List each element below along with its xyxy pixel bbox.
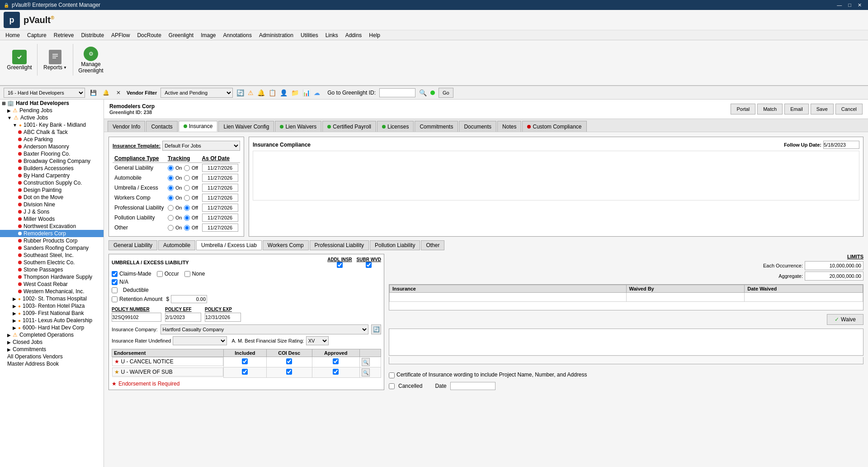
waive-button[interactable]: ✓ Waive <box>827 314 863 325</box>
subtab-auto[interactable]: Automobile <box>158 240 195 250</box>
wc-date-input[interactable] <box>202 194 238 202</box>
sidebar-item-active-jobs[interactable]: ▼ ⚠ Active Jobs <box>0 114 104 121</box>
alert-button[interactable]: 🔔 <box>101 88 110 97</box>
sidebar-item-miller[interactable]: Miller Woods <box>0 215 104 223</box>
tab-lien-waiver-config[interactable]: Lien Waiver Config <box>218 121 274 132</box>
each-occurrence-input[interactable] <box>805 261 863 270</box>
policy-eff-input[interactable] <box>165 313 201 322</box>
goto-id-input[interactable] <box>379 88 415 97</box>
pl-date-input[interactable] <box>202 204 238 212</box>
menu-utilities[interactable]: Utilities <box>297 31 322 39</box>
menu-capture[interactable]: Capture <box>24 31 50 39</box>
compliance-textarea[interactable] <box>253 151 859 200</box>
wc-off-radio[interactable] <box>184 195 190 201</box>
sidebar-item-northwest[interactable]: Northwest Excavation <box>0 223 104 230</box>
refresh-icon[interactable]: 🔄 <box>236 89 244 96</box>
sidebar-item-thompson[interactable]: Thompson Hardware Supply <box>0 273 104 281</box>
subtab-wc[interactable]: Workers Comp <box>263 240 309 250</box>
sidebar-item-builders[interactable]: Builders Accessories <box>0 165 104 172</box>
sidebar-item-1003[interactable]: ▶ ● 1003- Renton Hotel Plaza <box>0 302 104 310</box>
cancel-notice-approved[interactable] <box>333 358 339 364</box>
go-button[interactable]: Go <box>439 88 453 98</box>
other-off-radio[interactable] <box>184 225 190 231</box>
close-vendor-button[interactable]: ✕ <box>114 88 123 97</box>
tab-lien-waivers[interactable]: Lien Waivers <box>275 121 321 132</box>
policy-exp-input[interactable] <box>205 313 241 322</box>
sidebar-item-baxter[interactable]: Baxter Flooring Co. <box>0 150 104 157</box>
cancel-notice-included[interactable] <box>242 358 248 364</box>
tab-certified-payroll[interactable]: Certified Payroll <box>322 121 376 132</box>
notes-textarea[interactable] <box>389 329 863 356</box>
sidebar-item-jj[interactable]: J J & Sons <box>0 208 104 215</box>
umbrella-date-input[interactable] <box>202 184 238 192</box>
menu-links[interactable]: Links <box>322 31 342 39</box>
subtab-pollution[interactable]: Pollution Liability <box>370 240 420 250</box>
sidebar-item-western[interactable]: Western Mechanical, Inc. <box>0 288 104 295</box>
menu-addins[interactable]: Addins <box>342 31 366 39</box>
sidebar-root[interactable]: ⊞ 🏢 Hard Hat Developers <box>0 100 104 107</box>
menu-retrieve[interactable]: Retrieve <box>50 31 78 39</box>
sidebar-item-1011[interactable]: ▶ ● 1011- Lexus Auto Dealership <box>0 317 104 324</box>
menu-help[interactable]: Help <box>365 31 384 39</box>
occur-checkbox[interactable] <box>157 271 163 277</box>
waiver-sub-included[interactable] <box>242 369 248 375</box>
sidebar-item-southern[interactable]: Southern Electric Co. <box>0 259 104 266</box>
warning-icon[interactable]: ⚠ <box>248 89 254 96</box>
menu-home[interactable]: Home <box>2 31 24 39</box>
sidebar-item-closed[interactable]: ▶ Closed Jobs <box>0 338 104 346</box>
sidebar-item-southeast[interactable]: Southeast Steel, Inc. <box>0 252 104 259</box>
auto-off-radio[interactable] <box>184 175 190 181</box>
cert-checkbox[interactable] <box>389 372 395 378</box>
aggregate-input[interactable] <box>805 272 863 281</box>
cancel-button[interactable]: Cancel <box>835 104 863 114</box>
sidebar-item-stone[interactable]: Stone Passages <box>0 266 104 273</box>
tab-vendor-info[interactable]: Vendor Info <box>108 121 145 132</box>
tab-notes[interactable]: Notes <box>497 121 521 132</box>
subtab-pl[interactable]: Professional Liability <box>310 240 369 250</box>
other-on-radio[interactable] <box>168 225 174 231</box>
sidebar-item-ace[interactable]: Ace Parking <box>0 136 104 143</box>
policy-number-input[interactable] <box>112 313 161 322</box>
minimize-button[interactable]: — <box>834 1 844 9</box>
tab-commitments[interactable]: Commitments <box>415 121 458 132</box>
sidebar-item-construction[interactable]: Construction Supply Co. <box>0 179 104 186</box>
manage-greenlight-button[interactable]: ⚙ Manage Greenlight <box>75 42 107 78</box>
menu-docroute[interactable]: DocRoute <box>133 31 165 39</box>
sidebar-item-master[interactable]: Master Address Book <box>0 360 104 367</box>
sidebar-item-byhand[interactable]: By Hand Carpentry <box>0 172 104 179</box>
close-button[interactable]: ✕ <box>855 1 864 9</box>
sidebar-item-remodelers[interactable]: Remodelers Corp <box>0 230 104 237</box>
retention-checkbox[interactable] <box>112 296 118 302</box>
status-filter-select[interactable]: Active and Pending <box>160 88 233 98</box>
cancelled-checkbox[interactable] <box>389 383 395 389</box>
subtab-umbrella[interactable]: Umbrella / Excess Liab <box>196 240 262 250</box>
reports-toolbar-button[interactable]: Reports ▼ <box>39 42 71 78</box>
menu-apflow[interactable]: APFlow <box>108 31 133 39</box>
claims-made-checkbox[interactable] <box>112 271 118 277</box>
template-select[interactable]: Default For Jobs <box>162 141 240 151</box>
user-icon[interactable]: 👤 <box>280 89 288 96</box>
pollution-on-radio[interactable] <box>168 215 174 221</box>
sidebar-item-6000[interactable]: ▶ ● 6000- Hard Hat Dev Corp <box>0 324 104 331</box>
cancel-notice-search-button[interactable]: 🔍 <box>362 358 370 366</box>
cancel-notice-coi[interactable] <box>286 358 292 364</box>
greenlight-toolbar-button[interactable]: Greenlight <box>4 42 35 78</box>
pollution-off-radio[interactable] <box>184 215 190 221</box>
document-icon[interactable]: 📋 <box>269 89 276 96</box>
waiver-sub-approved[interactable] <box>333 369 339 375</box>
tab-documents[interactable]: Documents <box>459 121 496 132</box>
wc-on-radio[interactable] <box>168 195 174 201</box>
goto-search-button[interactable]: 🔍 <box>419 89 427 96</box>
folder-icon[interactable]: 📁 <box>291 89 299 96</box>
subtab-other[interactable]: Other <box>421 240 444 250</box>
umbrella-on-radio[interactable] <box>168 185 174 191</box>
sidebar-item-division[interactable]: Division Nine <box>0 201 104 208</box>
sidebar-item-1009[interactable]: ▶ ● 1009- First National Bank <box>0 310 104 317</box>
insurance-company-select[interactable]: Hartford Casualty Company <box>160 324 369 334</box>
sidebar-item-1001[interactable]: ▼ ● 1001- Key Bank - Midland <box>0 121 104 129</box>
deductible-checkbox[interactable] <box>112 287 118 293</box>
sidebar-item-broadway[interactable]: Broadway Ceiling Company <box>0 157 104 165</box>
sidebar-item-completed[interactable]: ▶ ⚠ Completed Operations <box>0 331 104 338</box>
save-button[interactable]: Save <box>811 104 834 114</box>
subtab-gl[interactable]: General Liability <box>108 240 157 250</box>
